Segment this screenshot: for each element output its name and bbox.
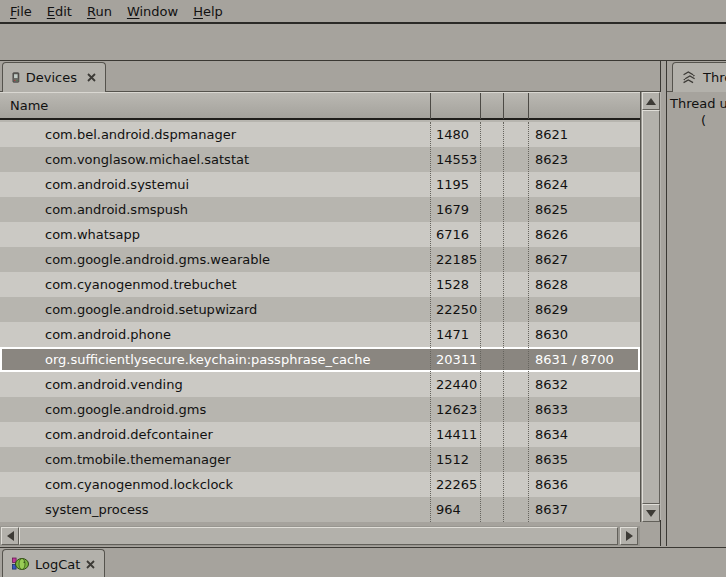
threads-message-line1: Thread up [670, 95, 726, 112]
threads-tabbar: Threa [667, 61, 726, 92]
devices-view: Devices [0, 61, 661, 546]
table-row[interactable]: com.vonglasow.michael.satstat145538623 [0, 147, 640, 172]
process-pid: 1480 [430, 122, 480, 147]
tab-devices-close-icon[interactable] [87, 73, 96, 82]
vertical-scroll-thumb[interactable] [642, 110, 660, 504]
process-port: 8626 [528, 222, 640, 247]
process-name: org.sufficientlysecure.keychain:passphra… [0, 347, 430, 372]
tab-logcat-label: LogCat [35, 557, 80, 572]
horizontal-scrollbar[interactable] [0, 526, 640, 546]
process-name: com.android.systemui [0, 172, 430, 197]
down-arrow-icon [646, 510, 656, 517]
tab-logcat-close-icon[interactable] [86, 560, 95, 569]
process-name: com.bel.android.dspmanager [0, 122, 430, 147]
process-port: 8636 [528, 472, 640, 497]
process-port: 8635 [528, 447, 640, 472]
left-arrow-icon [7, 531, 14, 541]
process-pid: 22440 [430, 372, 480, 397]
devices-tabbar: Devices [0, 61, 660, 92]
process-pid: 1512 [430, 447, 480, 472]
menu-edit-rest: dit [55, 4, 72, 19]
tab-threads-label: Threa [703, 70, 726, 85]
menu-run-rest: un [95, 4, 111, 19]
menu-file[interactable]: File [10, 4, 32, 19]
process-pid: 14411 [430, 422, 480, 447]
process-name: com.android.vending [0, 372, 430, 397]
scroll-left-button[interactable] [1, 527, 19, 545]
menu-file-rest: ile [17, 4, 32, 19]
process-port: 8634 [528, 422, 640, 447]
process-pid: 1471 [430, 322, 480, 347]
scroll-right-button[interactable] [620, 527, 638, 545]
process-pid: 12623 [430, 397, 480, 422]
process-port: 8630 [528, 322, 640, 347]
table-row[interactable]: com.android.phone14718630 [0, 322, 640, 347]
process-name: com.cyanogenmod.lockclock [0, 472, 430, 497]
table-row[interactable]: com.google.android.gms.wearable221858627 [0, 247, 640, 272]
device-phone-icon [12, 69, 20, 86]
table-row[interactable]: com.google.android.setupwizard222508629 [0, 297, 640, 322]
table-row[interactable]: com.android.smspush16798625 [0, 197, 640, 222]
process-port: 8623 [528, 147, 640, 172]
menu-window-rest: indow [139, 4, 178, 19]
menu-window[interactable]: Window [127, 4, 178, 19]
column-divider[interactable] [528, 93, 529, 119]
right-arrow-icon [626, 531, 633, 541]
process-pid: 22265 [430, 472, 480, 497]
process-name: com.cyanogenmod.trebuchet [0, 272, 430, 297]
scroll-up-button[interactable] [642, 92, 660, 110]
tab-threads[interactable]: Threa [672, 62, 726, 92]
device-table: Name com.bel.android.dspmanager14808621c… [0, 92, 661, 522]
process-port: 8631 / 8700 [528, 347, 640, 372]
table-row[interactable]: com.google.android.gms126238633 [0, 397, 640, 422]
process-pid: 1528 [430, 272, 480, 297]
up-arrow-icon [646, 98, 656, 105]
table-row[interactable]: com.cyanogenmod.lockclock222658636 [0, 472, 640, 497]
process-pid: 6716 [430, 222, 480, 247]
threads-icon [682, 70, 697, 85]
device-table-body: com.bel.android.dspmanager14808621com.vo… [0, 122, 640, 522]
process-port: 8621 [528, 122, 640, 147]
menu-window-mnemonic: W [127, 4, 140, 19]
process-port: 8632 [528, 372, 640, 397]
threads-view: Threa Thread up ( [666, 61, 726, 546]
process-name: com.google.android.gms [0, 397, 430, 422]
process-name: com.google.android.setupwizard [0, 297, 430, 322]
process-pid: 1679 [430, 197, 480, 222]
table-row[interactable]: com.tmobile.thememanager15128635 [0, 447, 640, 472]
process-name: com.tmobile.thememanager [0, 447, 430, 472]
table-row[interactable]: system_process9648637 [0, 497, 640, 522]
menu-bar: File Edit Run Window Help [0, 0, 726, 24]
process-port: 8629 [528, 297, 640, 322]
menu-help-rest: elp [203, 4, 223, 19]
process-port: 8624 [528, 172, 640, 197]
column-header-name[interactable]: Name [10, 93, 48, 119]
process-port: 8627 [528, 247, 640, 272]
tab-logcat[interactable]: LogCat [2, 549, 105, 577]
process-pid: 14553 [430, 147, 480, 172]
table-row[interactable]: com.android.systemui11958624 [0, 172, 640, 197]
table-row[interactable]: com.android.vending224408632 [0, 372, 640, 397]
vertical-scrollbar[interactable] [640, 92, 660, 522]
menu-help[interactable]: Help [193, 4, 223, 19]
table-row[interactable]: com.android.defcontainer144118634 [0, 422, 640, 447]
menu-edit[interactable]: Edit [47, 4, 72, 19]
column-divider[interactable] [480, 93, 481, 119]
menu-run[interactable]: Run [87, 4, 112, 19]
column-divider[interactable] [503, 93, 504, 119]
table-row-selected[interactable]: org.sufficientlysecure.keychain:passphra… [0, 347, 640, 372]
bottom-tab-area: LogCat [0, 547, 726, 577]
process-name: com.android.smspush [0, 197, 430, 222]
horizontal-scroll-thumb[interactable] [19, 527, 618, 545]
table-row[interactable]: com.cyanogenmod.trebuchet15288628 [0, 272, 640, 297]
table-row[interactable]: com.bel.android.dspmanager14808621 [0, 122, 640, 147]
column-divider[interactable] [430, 93, 431, 119]
threads-message-line2: ( [670, 112, 726, 129]
tab-devices[interactable]: Devices [2, 62, 106, 92]
process-pid: 22250 [430, 297, 480, 322]
ddms-window: File Edit Run Window Help Devices [0, 0, 726, 577]
logcat-icon [12, 557, 29, 571]
scroll-down-button[interactable] [642, 504, 660, 522]
table-row[interactable]: com.whatsapp67168626 [0, 222, 640, 247]
menu-edit-mnemonic: E [47, 4, 55, 19]
